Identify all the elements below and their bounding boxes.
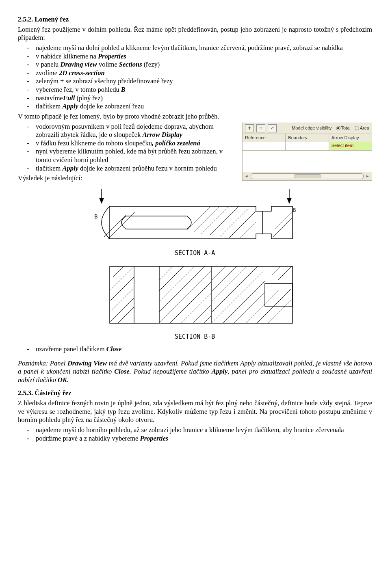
svg-line-7 bbox=[187, 206, 210, 230]
svg-line-21 bbox=[110, 288, 134, 311]
note-paragraph: Poznámka: Panel Drawing View má dvě vari… bbox=[18, 359, 372, 385]
svg-line-26 bbox=[159, 270, 211, 322]
svg-line-11 bbox=[219, 208, 249, 237]
step-item: nastavímeFull (plný řez) bbox=[36, 94, 372, 103]
step-item: tlačítkem Apply dojde ke zobrazení řezu bbox=[36, 102, 372, 111]
svg-line-6 bbox=[108, 212, 135, 239]
arrow-b-right-label: B bbox=[292, 207, 296, 213]
svg-line-33 bbox=[193, 305, 211, 323]
svg-line-35 bbox=[212, 270, 264, 322]
svg-marker-3 bbox=[287, 198, 291, 203]
svg-line-46 bbox=[278, 266, 292, 280]
section-a-a-label: SECTION A-A bbox=[175, 249, 215, 257]
heading-2-5-2: 2.5.2. Lomený řez bbox=[18, 15, 372, 24]
step-item: najedeme myší na dolní pohled a klikneme… bbox=[36, 44, 372, 52]
svg-line-38 bbox=[212, 266, 236, 291]
step-item: podržíme pravé a z nabídky vybereme Prop… bbox=[36, 435, 372, 443]
scroll-track[interactable] bbox=[251, 173, 364, 179]
svg-line-12 bbox=[229, 211, 256, 238]
svg-line-14 bbox=[273, 218, 292, 237]
svg-line-44 bbox=[268, 299, 292, 323]
step-item: uzavřeme panel tlačítkem Close bbox=[36, 345, 372, 354]
step-item: vybereme řez, v tomto pohledu B bbox=[36, 86, 372, 94]
technical-drawing: B B bbox=[65, 189, 325, 344]
svg-line-45 bbox=[271, 266, 280, 275]
step-item: nyní vybereme kliknutím pohled, kde má b… bbox=[36, 147, 372, 164]
step-item: najedeme myší do horního pohledu, až se … bbox=[36, 426, 372, 435]
svg-line-39 bbox=[212, 266, 226, 280]
svg-line-41 bbox=[234, 292, 265, 323]
sentence-paragraph: V tomto případě je řez lomený, bylo by p… bbox=[18, 112, 372, 121]
svg-line-23 bbox=[110, 268, 132, 290]
scroll-left-icon[interactable]: ◂ bbox=[245, 173, 248, 179]
svg-line-40 bbox=[223, 281, 265, 323]
close-step-list: uzavřeme panel tlačítkem Close bbox=[18, 345, 372, 354]
scroll-right-icon[interactable]: ▸ bbox=[366, 173, 369, 179]
heading-2-5-3: 2.5.3. Částečný řez bbox=[18, 389, 372, 398]
step-item: v panelu Draving view volíme Sections (ř… bbox=[36, 61, 372, 69]
svg-line-22 bbox=[110, 277, 134, 300]
steps-list-1: najedeme myší na dolní pohled a klikneme… bbox=[18, 44, 372, 111]
svg-line-34 bbox=[204, 316, 211, 323]
svg-line-28 bbox=[159, 266, 194, 301]
step-item: zeleným + se zobrazí všechny předdefinov… bbox=[36, 77, 372, 86]
svg-line-25 bbox=[118, 307, 134, 323]
intro-paragraph: Lomený řez použijeme v dolním pohledu. Ř… bbox=[18, 26, 372, 42]
svg-line-20 bbox=[110, 298, 134, 322]
step-item: tlačítkem Apply dojde ke zobrazení průbě… bbox=[36, 164, 372, 173]
steps-list-3: najedeme myší do horního pohledu, až se … bbox=[18, 426, 372, 443]
svg-line-31 bbox=[170, 282, 211, 323]
steps-list-2: vodorovným posuvníkem v poli řezů dojede… bbox=[18, 123, 372, 173]
svg-marker-1 bbox=[100, 198, 104, 203]
svg-line-29 bbox=[159, 266, 184, 291]
arrow-b-left-label: B bbox=[94, 213, 98, 220]
paragraph-2-5-3: Z hlediska definice řezných rovin je úpl… bbox=[18, 399, 372, 424]
svg-line-32 bbox=[181, 293, 211, 323]
svg-line-37 bbox=[212, 266, 247, 301]
panel-scrollbar[interactable]: ◂ ▸ bbox=[242, 172, 372, 181]
step-item: v řádku řezu klikneme do tohoto sloupečk… bbox=[36, 139, 372, 148]
step-item: vodorovným posuvníkem v poli řezů dojede… bbox=[36, 123, 372, 139]
step-item: zvolíme 2D cross-section bbox=[36, 69, 372, 78]
svg-line-30 bbox=[159, 266, 173, 280]
section-b-b-label: SECTION B-B bbox=[175, 333, 215, 340]
step-item: v nabídce klikneme na Properties bbox=[36, 52, 372, 61]
svg-line-13 bbox=[240, 222, 256, 238]
svg-line-24 bbox=[113, 266, 124, 277]
